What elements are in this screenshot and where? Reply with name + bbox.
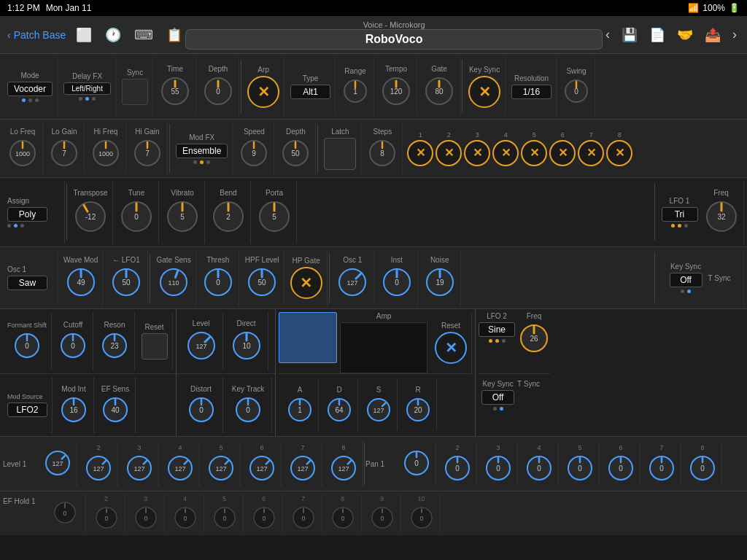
bend-knob[interactable]: 2 <box>211 199 246 236</box>
step2-btn[interactable]: ✕ <box>436 140 462 166</box>
ks2-value[interactable]: Off <box>670 273 703 287</box>
pan1-knob1[interactable]: 0 <box>402 448 431 479</box>
nav-prev-button[interactable]: ‹ <box>603 24 613 45</box>
gate-sens-knob[interactable]: 110 <box>158 266 190 300</box>
lfo2-wave[interactable]: Sine <box>479 322 515 337</box>
level1-knob1[interactable]: 127 <box>43 448 72 479</box>
lo-freq-knob[interactable]: 1000 <box>7 138 38 170</box>
d-knob[interactable]: 64 <box>325 396 353 425</box>
step1-btn[interactable]: ✕ <box>407 140 433 166</box>
level1-knob5[interactable]: 127 <box>206 454 236 484</box>
back-button[interactable]: ‹ Patch Base <box>7 29 66 41</box>
level1-knob7[interactable]: 127 <box>288 454 317 484</box>
ef-knob2[interactable]: 0 <box>93 505 120 532</box>
pan1-knob3[interactable]: 0 <box>484 454 513 484</box>
tempo-knob[interactable]: 120 <box>380 75 412 109</box>
step5-btn[interactable]: ✕ <box>521 140 547 166</box>
pan1-knob4[interactable]: 0 <box>525 454 554 484</box>
ef-knob8[interactable]: 0 <box>330 505 356 532</box>
nav-favorite-icon[interactable]: 🤝 <box>674 24 696 46</box>
mod-int-knob[interactable]: 16 <box>59 395 88 426</box>
step4-btn[interactable]: ✕ <box>492 140 519 166</box>
ef-knob3[interactable]: 0 <box>133 505 159 532</box>
a-knob[interactable]: 1 <box>286 396 314 425</box>
nav-copy-icon[interactable]: ⬜ <box>73 24 95 46</box>
step6-btn[interactable]: ✕ <box>549 140 576 166</box>
type-value[interactable]: Alt1 <box>290 85 330 99</box>
inst-knob[interactable]: 0 <box>381 266 413 300</box>
level1-knob2[interactable]: 127 <box>84 454 113 484</box>
hi-freq-knob[interactable]: 1000 <box>90 138 121 170</box>
level-knob[interactable]: 127 <box>185 330 217 363</box>
lfo1-freq-knob[interactable]: 32 <box>704 199 739 236</box>
lo-gain-knob[interactable]: 7 <box>49 138 80 170</box>
step7-btn[interactable]: ✕ <box>578 140 604 166</box>
pan1-knob7[interactable]: 0 <box>647 454 676 484</box>
ef-knob7[interactable]: 0 <box>290 505 317 532</box>
formant-knob[interactable]: 0 <box>12 331 42 362</box>
reset-toggle[interactable] <box>142 333 168 359</box>
nav-copy2-icon[interactable]: 📄 <box>646 24 668 46</box>
cutoff-knob[interactable]: 0 <box>58 331 88 362</box>
level1-knob8[interactable]: 127 <box>329 454 358 484</box>
pan1-knob2[interactable]: 0 <box>443 454 472 484</box>
step3-btn[interactable]: ✕ <box>464 140 490 166</box>
porta-knob[interactable]: 5 <box>257 199 292 236</box>
lfo1-arrow-knob[interactable]: 50 <box>110 266 142 300</box>
ef-knob5[interactable]: 0 <box>212 505 238 532</box>
ef-sens-knob[interactable]: 40 <box>101 395 130 426</box>
nav-share-icon[interactable]: 📤 <box>702 24 724 46</box>
sync-toggle[interactable] <box>122 79 148 105</box>
resolution-value[interactable]: 1/16 <box>511 85 551 99</box>
delay-value[interactable]: Left/Right <box>63 82 111 95</box>
range-knob[interactable]: 1 <box>341 77 369 106</box>
pan1-knob6[interactable]: 0 <box>606 454 635 484</box>
depth-knob[interactable]: 0 <box>202 75 234 109</box>
direct-knob[interactable]: 10 <box>231 330 263 363</box>
assign-value[interactable]: Poly <box>7 207 47 222</box>
ef-knob6[interactable]: 0 <box>251 505 277 532</box>
steps-knob[interactable]: 8 <box>367 138 398 170</box>
time-knob[interactable]: 55 <box>159 75 191 109</box>
hp-gate-toggle[interactable]: ✕ <box>290 267 322 299</box>
step8-btn[interactable]: ✕ <box>606 140 632 166</box>
mode-value[interactable]: Vocoder <box>7 82 53 96</box>
vibrato-knob[interactable]: 5 <box>165 199 200 236</box>
ef-knob1[interactable]: 0 <box>52 499 78 527</box>
lfo1-wave[interactable]: Tri <box>662 207 698 222</box>
s-knob[interactable]: 127 <box>365 396 392 425</box>
tune-knob[interactable]: 0 <box>119 199 154 236</box>
ef-knob10[interactable]: 0 <box>409 505 435 532</box>
distort-knob[interactable]: 0 <box>187 395 216 426</box>
reson-knob[interactable]: 23 <box>100 331 129 362</box>
key-track-knob[interactable]: 0 <box>233 395 263 426</box>
hi-gain-knob[interactable]: 7 <box>132 138 163 170</box>
pan1-knob8[interactable]: 0 <box>688 454 717 484</box>
osc1-2-knob[interactable]: 127 <box>336 266 368 300</box>
depth2-knob[interactable]: 50 <box>280 138 311 170</box>
ef-knob4[interactable]: 0 <box>172 505 198 532</box>
mod-fx-value[interactable]: Ensemble <box>176 144 228 158</box>
nav-keyboard-icon[interactable]: ⌨ <box>131 24 156 46</box>
nav-history-icon[interactable]: 🕐 <box>102 24 124 46</box>
level1-knob4[interactable]: 127 <box>166 454 195 484</box>
mod-source-value[interactable]: LFO2 <box>7 402 47 417</box>
thresh-knob[interactable]: 0 <box>202 266 234 300</box>
latch-button[interactable] <box>324 138 356 170</box>
wave-mod-knob[interactable]: 49 <box>65 266 97 300</box>
swing-knob[interactable]: 0 <box>562 77 590 106</box>
gate-knob[interactable]: 80 <box>423 75 455 109</box>
arp-toggle[interactable]: ✕ <box>247 76 279 108</box>
noise-knob[interactable]: 19 <box>424 266 456 300</box>
reset2-toggle[interactable]: ✕ <box>435 332 467 364</box>
speed-knob[interactable]: 9 <box>239 138 269 170</box>
key-sync-toggle[interactable]: ✕ <box>468 76 500 108</box>
lfo2-freq-knob[interactable]: 26 <box>518 322 550 356</box>
level1-knob3[interactable]: 127 <box>125 454 154 484</box>
nav-next-button[interactable]: › <box>729 24 740 45</box>
nav-doc-icon[interactable]: 📋 <box>163 24 185 46</box>
ks3-value[interactable]: Off <box>481 390 514 405</box>
pan1-knob5[interactable]: 0 <box>565 454 595 484</box>
hpf-knob[interactable]: 50 <box>246 266 278 300</box>
ef-knob9[interactable]: 0 <box>369 505 395 532</box>
